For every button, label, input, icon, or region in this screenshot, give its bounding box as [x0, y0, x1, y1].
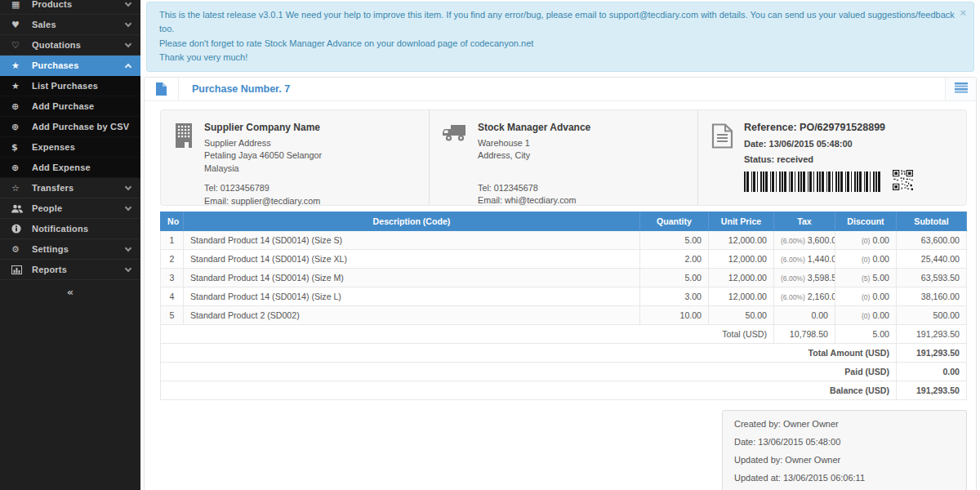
warehouse-section: Stock Manager Advance Warehouse 1 Addres…	[430, 110, 698, 205]
alert-line-1: This is the latest release v3.0.1 We nee…	[159, 8, 961, 37]
warehouse-email: Email: whi@tecdiary.com	[478, 194, 590, 207]
supplier-email: Email: supplier@tecdiary.com	[204, 195, 322, 208]
sidebar-item-add-purchase-by-csv[interactable]: ⊕ Add Purchase by CSV	[0, 117, 140, 137]
list-icon	[955, 82, 968, 95]
item-description: Standard Product 14 (SD0014) (Size S)	[184, 230, 640, 249]
sidebar-item-products[interactable]: ▦ Products	[0, 0, 140, 15]
reference-status: Status: received	[744, 154, 913, 164]
paid-label: Paid (USD)	[161, 362, 897, 381]
panel-header: Purchase Number. 7	[145, 78, 976, 101]
star-icon: ★	[11, 82, 32, 91]
updated-by: Updated by: Owner Owner	[734, 455, 955, 466]
panel-menu-button[interactable]	[945, 78, 976, 100]
chart-icon	[11, 265, 32, 274]
warehouse-name: Stock Manager Advance	[478, 122, 590, 133]
alert-line-3: Thank you very much!	[159, 51, 961, 65]
document-icon	[711, 122, 733, 194]
total-amount-value: 191,293.50	[897, 343, 967, 362]
table-row: 3 Standard Product 14 (SD0014) (Size M) …	[161, 268, 967, 287]
sidebar-item-settings[interactable]: ⚙ Settings	[0, 239, 140, 260]
plus-circle-icon: ⊕	[11, 102, 32, 111]
star-icon: ★	[11, 61, 32, 70]
col-unit-price: Unit Price	[709, 212, 774, 230]
col-quantity: Quantity	[640, 212, 709, 230]
page-title: Purchase Number. 7	[179, 78, 945, 100]
building-icon	[174, 122, 194, 194]
alert-line-2: Please don't forget to rate Stock Manage…	[159, 37, 961, 51]
users-icon	[11, 204, 32, 213]
barcode	[744, 172, 881, 192]
app: ▦ Products ♥ Sales ♡ Quotations ★ Purcha…	[0, 0, 980, 490]
total-amount-label: Total Amount (USD)	[161, 343, 897, 362]
chevron-down-icon	[125, 40, 131, 47]
purchase-panel: Purchase Number. 7 Supplier Company Name…	[144, 77, 977, 490]
star-outline-icon: ☆	[11, 184, 32, 193]
table-row: 4 Standard Product 14 (SD0014) (Size L) …	[161, 287, 967, 305]
reference-section: Reference: PO/629791528899 Date: 13/06/2…	[698, 110, 966, 205]
balance-label: Balance (USD)	[161, 381, 897, 399]
total-label: Total (USD)	[161, 324, 774, 343]
summary-row: Balance (USD) 191,293.50	[161, 381, 967, 399]
total-row: Total (USD) 10,798.50 5.00 191,293.50	[161, 324, 967, 343]
updated-at: Updated at: 13/06/2015 06:06:11	[734, 473, 955, 483]
sidebar-item-add-expense[interactable]: ⊕ Add Expense	[0, 158, 140, 178]
heart-outline-icon: ♡	[11, 41, 32, 50]
supplier-address2: Petaling Jaya 46050 Selangor	[204, 149, 322, 163]
truck-icon	[443, 122, 467, 194]
supplier-tel: Tel: 0123456789	[204, 182, 322, 195]
summary-row: Paid (USD) 0.00	[161, 362, 967, 381]
sidebar-item-transfers[interactable]: ☆ Transfers	[0, 178, 140, 198]
sidebar-item-reports[interactable]: Reports	[0, 260, 140, 280]
warehouse-tel: Tel: 012345678	[478, 182, 590, 195]
sidebar: ▦ Products ♥ Sales ♡ Quotations ★ Purcha…	[0, 0, 140, 490]
plus-circle-icon: ⊕	[11, 163, 32, 172]
sidebar-item-list-purchases[interactable]: ★ List Purchases	[0, 76, 140, 96]
sidebar-item-notifications[interactable]: Notifications	[0, 219, 140, 239]
sidebar-item-add-purchase[interactable]: ⊕ Add Purchase	[0, 96, 140, 117]
qr-code	[893, 170, 913, 192]
chevron-down-icon	[125, 183, 131, 189]
items-table: No Description (Code) Quantity Unit Pric…	[160, 212, 967, 400]
sidebar-item-quotations[interactable]: ♡ Quotations	[0, 35, 140, 56]
col-subtotal: Subtotal	[897, 212, 967, 230]
table-header-row: No Description (Code) Quantity Unit Pric…	[161, 212, 967, 230]
summary-row: Total Amount (USD) 191,293.50	[161, 343, 967, 362]
dollar-icon: $	[11, 143, 32, 152]
chevron-down-icon	[125, 265, 131, 271]
purchase-info-box: Supplier Company Name Supplier Address P…	[160, 109, 967, 206]
balance-value: 191,293.50	[897, 381, 967, 399]
main-content: × This is the latest release v3.0.1 We n…	[140, 0, 980, 490]
sidebar-collapse-button[interactable]: «	[56, 286, 85, 298]
item-description: Standard Product 14 (SD0014) (Size L)	[184, 287, 640, 305]
reference-date: Date: 13/06/2015 05:48:00	[744, 139, 913, 149]
file-icon	[145, 78, 179, 100]
warehouse-address1: Warehouse 1	[478, 137, 590, 150]
sidebar-item-people[interactable]: People	[0, 198, 140, 219]
supplier-section: Supplier Company Name Supplier Address P…	[161, 110, 430, 205]
total-subtotal: 191,293.50	[897, 324, 967, 343]
table-row: 1 Standard Product 14 (SD0014) (Size S) …	[161, 230, 967, 249]
supplier-address1: Supplier Address	[204, 137, 322, 150]
col-description: Description (Code)	[184, 212, 640, 230]
gear-icon: ⚙	[11, 245, 32, 254]
info-icon	[11, 224, 32, 234]
item-description: Standard Product 14 (SD0014) (Size XL)	[184, 249, 640, 268]
sidebar-item-sales[interactable]: ♥ Sales	[0, 15, 140, 35]
chevron-down-icon	[125, 244, 131, 251]
close-icon[interactable]: ×	[960, 5, 966, 22]
plus-circle-icon: ⊕	[11, 122, 32, 131]
release-notice-alert: × This is the latest release v3.0.1 We n…	[146, 2, 974, 72]
sidebar-item-purchases[interactable]: ★ Purchases	[0, 56, 140, 76]
table-row: 2 Standard Product 14 (SD0014) (Size XL)…	[161, 249, 967, 268]
audit-info-box: Created by: Owner Owner Date: 13/06/2015…	[722, 410, 967, 490]
warehouse-address2: Address, City	[478, 149, 590, 163]
heart-icon: ♥	[11, 20, 32, 29]
supplier-name: Supplier Company Name	[204, 122, 322, 133]
col-no: No	[161, 212, 184, 230]
col-tax: Tax	[774, 212, 835, 230]
created-by: Created by: Owner Owner	[734, 419, 955, 430]
sidebar-item-expenses[interactable]: $ Expenses	[0, 137, 140, 158]
item-description: Standard Product 14 (SD0014) (Size M)	[184, 268, 640, 287]
reference-number: Reference: PO/629791528899	[744, 122, 913, 133]
item-description: Standard Product 2 (SD002)	[184, 305, 640, 324]
